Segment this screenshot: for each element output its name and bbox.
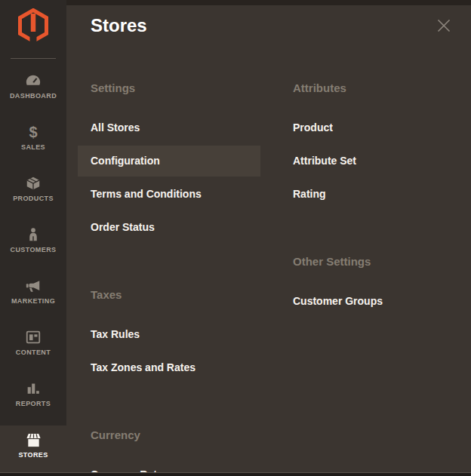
dashboard-gauge-icon: [25, 72, 42, 89]
section-attributes: Attributes Product Attribute Set Rating: [293, 81, 444, 210]
menu-item-tax-zones-and-rates[interactable]: Tax Zones and Rates: [78, 352, 260, 383]
sidebar-item-products[interactable]: PRODUCTS: [0, 169, 66, 220]
menu-item-configuration[interactable]: Configuration: [78, 146, 260, 177]
stores-shop-icon: [25, 431, 42, 448]
sales-dollar-icon: $: [29, 124, 37, 140]
sidebar-item-content[interactable]: CONTENT: [0, 323, 66, 374]
sidebar-item-label: SALES: [21, 143, 45, 151]
sidebar-item-dashboard[interactable]: DASHBOARD: [0, 66, 66, 118]
customers-person-icon: [25, 226, 42, 243]
magento-logo[interactable]: [0, 0, 66, 58]
section-settings: Settings All Stores Configuration Terms …: [91, 81, 260, 243]
sidebar-item-label: REPORTS: [16, 400, 51, 407]
section-header: Attributes: [293, 81, 444, 95]
sidebar-item-marketing[interactable]: MARKETING: [0, 272, 66, 323]
section-header: Other Settings: [293, 255, 444, 269]
menu-item-tax-rules[interactable]: Tax Rules: [78, 319, 260, 350]
sidebar-item-label: MARKETING: [11, 297, 55, 305]
sidebar-item-label: STORES: [18, 451, 48, 459]
flyout-title: Stores: [91, 15, 147, 36]
section-header: Settings: [91, 81, 260, 95]
section-other-settings: Other Settings Customer Groups: [293, 255, 444, 317]
sidebar-item-label: CONTENT: [16, 349, 51, 356]
sidebar-divider: [11, 58, 56, 59]
menu-item-terms-and-conditions[interactable]: Terms and Conditions: [78, 179, 260, 210]
section-header: Currency: [91, 428, 260, 442]
content-layout-icon: [25, 329, 42, 345]
sidebar-item-label: DASHBOARD: [10, 92, 57, 100]
sidebar-item-customers[interactable]: CUSTOMERS: [0, 220, 66, 272]
admin-sidebar: DASHBOARD $ SALES PRODUCTS: [0, 0, 66, 476]
magento-logo-icon: [18, 8, 48, 43]
menu-item-attribute-set[interactable]: Attribute Set: [280, 146, 444, 177]
section-taxes: Taxes Tax Rules Tax Zones and Rates: [91, 288, 260, 383]
section-header: Taxes: [91, 288, 260, 302]
sidebar-item-label: CUSTOMERS: [11, 246, 57, 253]
sidebar-item-reports[interactable]: REPORTS: [0, 374, 66, 425]
magento-admin-window: DASHBOARD $ SALES PRODUCTS: [0, 0, 471, 476]
stores-flyout-menu: Stores Settings All Stores Configuration…: [66, 0, 471, 476]
section-currency: Currency Currency Rates: [91, 428, 260, 476]
sidebar-item-sales[interactable]: $ SALES: [0, 118, 66, 169]
flyout-column-settings: Settings All Stores Configuration Terms …: [91, 81, 260, 476]
menu-item-product[interactable]: Product: [280, 112, 444, 143]
marketing-megaphone-icon: [25, 278, 42, 294]
flyout-column-attributes: Attributes Product Attribute Set Rating …: [293, 81, 444, 476]
sidebar-nav: DASHBOARD $ SALES PRODUCTS: [0, 66, 66, 476]
reports-chart-icon: [25, 380, 42, 397]
window-bottom-edge: [0, 472, 471, 476]
sidebar-item-label: PRODUCTS: [13, 195, 54, 202]
menu-item-all-stores[interactable]: All Stores: [78, 112, 260, 143]
products-box-icon: [25, 175, 42, 192]
menu-item-rating[interactable]: Rating: [280, 179, 444, 210]
menu-item-order-status[interactable]: Order Status: [78, 212, 260, 243]
flyout-columns: Settings All Stores Configuration Terms …: [91, 81, 444, 476]
menu-item-customer-groups[interactable]: Customer Groups: [280, 286, 444, 317]
sidebar-item-stores[interactable]: STORES: [0, 425, 66, 476]
window-top-edge: [66, 0, 471, 5]
close-icon[interactable]: [436, 17, 452, 34]
